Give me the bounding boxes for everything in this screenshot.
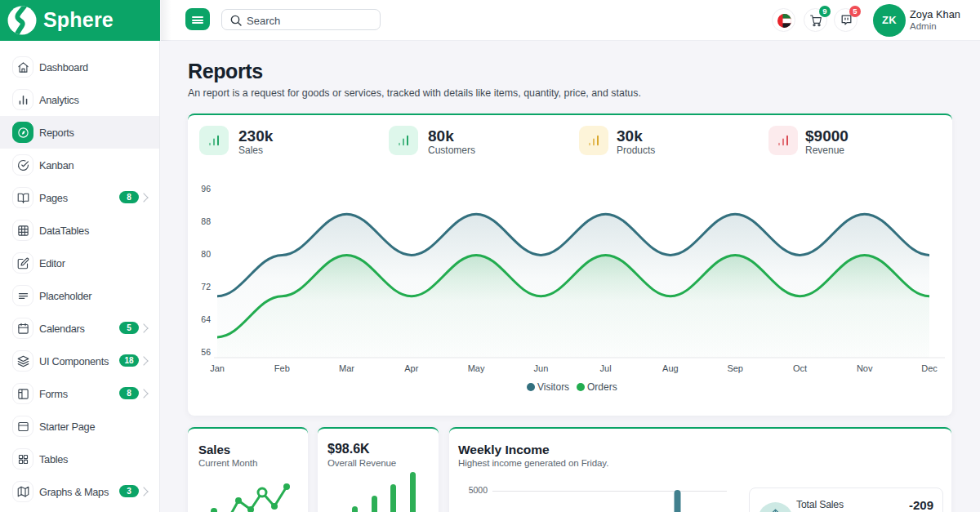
svg-text:May: May — [468, 363, 485, 373]
svg-text:Dec: Dec — [921, 363, 938, 373]
svg-text:Apr: Apr — [404, 363, 418, 373]
svg-text:64: 64 — [201, 314, 211, 324]
svg-text:Oct: Oct — [793, 363, 807, 373]
svg-text:Aug: Aug — [662, 363, 679, 373]
svg-text:56: 56 — [201, 347, 211, 357]
svg-text:Visitors: Visitors — [537, 381, 569, 393]
svg-text:72: 72 — [201, 282, 211, 292]
svg-text:Nov: Nov — [857, 363, 873, 373]
svg-text:Jun: Jun — [534, 363, 549, 373]
svg-text:Orders: Orders — [587, 381, 617, 393]
svg-text:Jan: Jan — [210, 363, 225, 373]
svg-text:80: 80 — [201, 249, 211, 259]
svg-text:96: 96 — [201, 184, 211, 194]
svg-text:Sep: Sep — [727, 363, 743, 373]
svg-text:88: 88 — [201, 216, 211, 226]
svg-text:Mar: Mar — [339, 363, 354, 373]
svg-text:Jul: Jul — [600, 363, 612, 373]
svg-text:Feb: Feb — [274, 363, 290, 373]
